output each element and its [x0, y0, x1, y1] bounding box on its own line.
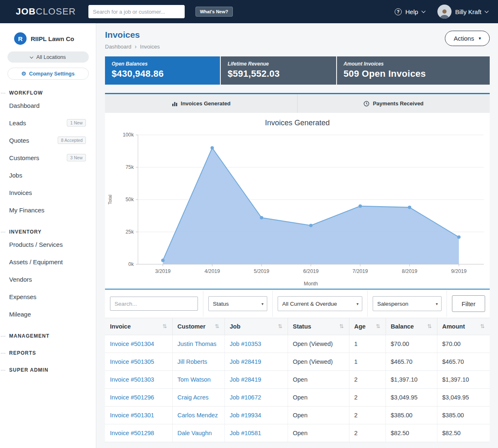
sidebar-item-dashboard[interactable]: Dashboard: [0, 97, 96, 114]
whats-new-button[interactable]: What's New?: [195, 7, 233, 17]
help-label: Help: [405, 8, 418, 15]
age-cell: 2: [349, 389, 386, 407]
area-chart: 0k25k50k75k100k3/20194/20195/20196/20197…: [105, 128, 490, 289]
svg-text:50k: 50k: [126, 197, 134, 202]
current-overdue-select-wrap: All Current & Overdue: [278, 296, 362, 311]
col-header-invoice[interactable]: ⇅Invoice: [105, 318, 172, 335]
nav-section-reports[interactable]: REPORTS: [0, 349, 96, 357]
breadcrumb-dashboard[interactable]: Dashboard: [105, 44, 132, 50]
col-header-customer[interactable]: ⇅Customer: [172, 318, 225, 335]
col-header-amount[interactable]: ⇅Amount: [437, 318, 490, 335]
chevron-down-icon: [421, 9, 425, 13]
settings-label: Company Settings: [29, 71, 75, 77]
job-link[interactable]: Job #10353: [230, 341, 261, 347]
customer-link[interactable]: Craig Acres: [178, 394, 209, 401]
status-cell: Open: [288, 424, 349, 442]
company-name: RIIPL Lawn Co: [31, 35, 74, 42]
status-select-wrap: Status: [208, 296, 267, 311]
customer-link[interactable]: Justin Thomas: [178, 341, 217, 347]
invoice-link[interactable]: Invoice #501298: [110, 430, 154, 436]
col-header-status[interactable]: ⇅Status: [288, 318, 349, 335]
table-row: Invoice #501304 Justin Thomas Job #10353…: [105, 335, 490, 353]
sidebar-item-vendors[interactable]: Vendors: [0, 270, 96, 288]
status-cell: Open: [288, 389, 349, 407]
breadcrumb: Dashboard › Invoices: [105, 43, 490, 50]
job-link[interactable]: Job #28419: [230, 376, 261, 383]
col-header-age[interactable]: ⇅Age: [349, 318, 386, 335]
actions-button[interactable]: Actions ▾: [445, 31, 490, 46]
job-link[interactable]: Job #10581: [230, 430, 261, 436]
svg-text:25k: 25k: [126, 229, 134, 235]
svg-text:0k: 0k: [128, 261, 134, 267]
invoice-link[interactable]: Invoice #501304: [110, 341, 154, 347]
main-content: Invoices Dashboard › Invoices Actions ▾ …: [97, 23, 498, 448]
col-header-balance[interactable]: ⇅Balance: [386, 318, 437, 335]
age-cell: 1: [349, 353, 386, 371]
sidebar-item-expenses[interactable]: Expenses: [0, 288, 96, 305]
age-cell: 1: [349, 335, 386, 353]
sidebar-item-jobs[interactable]: Jobs: [0, 166, 96, 184]
sort-icon: ⇅: [278, 323, 283, 329]
sidebar-item-my-finances[interactable]: My Finances: [0, 201, 96, 219]
status-cell: Open: [288, 371, 349, 389]
locations-dropdown[interactable]: All Locations: [7, 51, 89, 63]
sort-icon: ⇅: [480, 323, 485, 329]
job-link[interactable]: Job #19934: [230, 412, 261, 419]
global-search-input[interactable]: [88, 5, 185, 18]
current-overdue-select[interactable]: All Current & Overdue: [278, 296, 362, 311]
sidebar-item-mileage[interactable]: Mileage: [0, 305, 96, 323]
sidebar-item-quotes[interactable]: Quotes8 Accepted: [0, 131, 96, 149]
sort-icon: ⇅: [339, 323, 344, 329]
invoice-link[interactable]: Invoice #501301: [110, 412, 154, 419]
invoice-link[interactable]: Invoice #501303: [110, 376, 154, 383]
svg-text:100k: 100k: [123, 132, 134, 138]
col-header-job[interactable]: ⇅Job: [225, 318, 288, 335]
job-link[interactable]: Job #28419: [230, 358, 261, 365]
sidebar-item-assets-equipment[interactable]: Assets / Equipment: [0, 253, 96, 270]
svg-text:5/2019: 5/2019: [254, 268, 270, 274]
invoice-link[interactable]: Invoice #501305: [110, 358, 154, 365]
help-menu[interactable]: ? Help: [395, 8, 425, 15]
svg-text:75k: 75k: [126, 164, 134, 170]
sidebar-item-leads[interactable]: Leads1 New: [0, 114, 96, 131]
table-row: Invoice #501298 Dale Vaughn Job #10581 O…: [105, 424, 490, 442]
job-link[interactable]: Job #10672: [230, 394, 261, 401]
svg-text:7/2019: 7/2019: [352, 268, 368, 274]
user-menu[interactable]: Billy Kraft: [437, 5, 488, 19]
stat-amount-invoices: Amount Invoices 509 Open Invoices: [337, 56, 490, 85]
svg-text:Month: Month: [304, 281, 318, 287]
balance-cell: $465.70: [386, 353, 437, 371]
customer-link[interactable]: Jill Roberts: [178, 358, 208, 365]
app-logo[interactable]: JOBCLOSER: [16, 6, 76, 17]
customers-badge: 3 New: [67, 154, 86, 161]
sidebar-item-products-services[interactable]: Products / Services: [0, 236, 96, 253]
invoices-table: ⇅Invoice ⇅Customer ⇅Job ⇅Status ⇅Age ⇅Ba…: [105, 318, 490, 442]
top-navbar: JOBCLOSER What's New? ? Help Billy Kraft: [0, 0, 498, 23]
customer-link[interactable]: Carlos Mendez: [178, 412, 218, 419]
status-select[interactable]: Status: [208, 296, 267, 311]
table-row: Invoice #501303 Tom Watson Job #28419 Op…: [105, 371, 490, 389]
tab-payments-received[interactable]: Payments Received: [297, 94, 490, 113]
sidebar-item-invoices[interactable]: Invoices: [0, 184, 96, 201]
customer-link[interactable]: Dale Vaughn: [178, 430, 212, 436]
invoice-link[interactable]: Invoice #501296: [110, 394, 154, 401]
table-search-input[interactable]: [110, 297, 198, 311]
nav-section-management[interactable]: MANAGEMENT: [0, 332, 96, 340]
company-header[interactable]: R RIIPL Lawn Co: [14, 32, 96, 45]
help-icon: ?: [395, 8, 402, 15]
amount-cell: $385.00: [437, 407, 490, 424]
amount-cell: $1,397.10: [437, 371, 490, 389]
filter-button[interactable]: Filter: [452, 295, 485, 312]
sort-icon: ⇅: [215, 323, 220, 329]
tab-invoices-generated[interactable]: Invoices Generated: [105, 94, 297, 113]
salesperson-select[interactable]: Salesperson: [373, 296, 442, 311]
customer-link[interactable]: Tom Watson: [178, 376, 211, 383]
sidebar-item-customers[interactable]: Customers3 New: [0, 149, 96, 166]
nav-section-super-admin[interactable]: SUPER ADMIN: [0, 366, 96, 374]
amount-cell: $465.70: [437, 353, 490, 371]
gear-icon: ⚙: [21, 71, 26, 76]
page-title: Invoices: [105, 30, 490, 40]
quotes-badge: 8 Accepted: [58, 136, 86, 144]
chevron-right-icon: ›: [135, 43, 137, 50]
company-settings-button[interactable]: ⚙ Company Settings: [7, 68, 89, 80]
